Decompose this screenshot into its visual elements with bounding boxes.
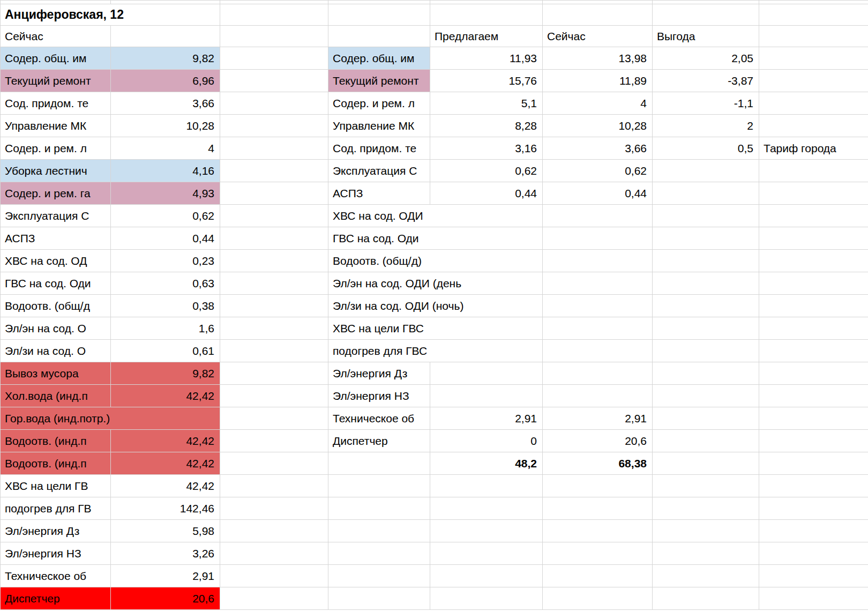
empty-cell[interactable] bbox=[220, 452, 328, 475]
note-cell[interactable] bbox=[759, 250, 868, 272]
empty-cell[interactable] bbox=[328, 497, 430, 520]
current-cell[interactable]: 11,89 bbox=[543, 70, 653, 92]
value-cell[interactable]: 3,26 bbox=[111, 542, 220, 565]
value-cell[interactable]: 42,42 bbox=[111, 452, 220, 475]
empty-cell[interactable] bbox=[220, 362, 328, 385]
empty-cell[interactable] bbox=[759, 4, 868, 26]
offer-cell[interactable]: 0 bbox=[430, 430, 543, 452]
service-label-cell[interactable]: Водоотв. (общ/д bbox=[1, 295, 111, 317]
benefit-header-cell[interactable]: Выгода bbox=[653, 26, 759, 47]
service-label-cell[interactable]: Эл/эн на сод. ОДИ (день bbox=[328, 272, 543, 295]
note-cell[interactable] bbox=[759, 115, 868, 137]
current-header-cell[interactable]: Сейчас bbox=[543, 26, 653, 47]
empty-cell[interactable] bbox=[220, 70, 328, 92]
left-now-header-cell[interactable]: Сейчас bbox=[1, 26, 111, 47]
current-cell[interactable]: 20,6 bbox=[543, 430, 653, 452]
value-cell[interactable]: 10,28 bbox=[111, 115, 220, 137]
empty-cell[interactable] bbox=[328, 587, 430, 610]
value-cell[interactable]: 4 bbox=[111, 137, 220, 160]
value-cell[interactable]: 0,62 bbox=[111, 205, 220, 227]
current-cell[interactable] bbox=[543, 340, 653, 362]
benefit-cell[interactable] bbox=[653, 407, 759, 430]
note-cell[interactable] bbox=[759, 70, 868, 92]
empty-cell[interactable] bbox=[759, 587, 868, 610]
empty-cell[interactable] bbox=[430, 520, 543, 542]
empty-cell[interactable] bbox=[653, 4, 759, 26]
service-label-cell[interactable]: ХВС на цели ГВС bbox=[328, 317, 543, 340]
empty-cell[interactable] bbox=[759, 1, 868, 4]
current-cell[interactable] bbox=[543, 295, 653, 317]
empty-cell[interactable] bbox=[220, 1, 328, 4]
value-cell[interactable]: 42,42 bbox=[111, 430, 220, 452]
empty-cell[interactable] bbox=[1, 1, 111, 4]
current-cell[interactable] bbox=[543, 205, 653, 227]
note-cell[interactable] bbox=[759, 295, 868, 317]
empty-cell[interactable] bbox=[759, 542, 868, 565]
empty-cell[interactable] bbox=[653, 565, 759, 587]
empty-cell[interactable] bbox=[220, 137, 328, 160]
empty-cell[interactable] bbox=[653, 542, 759, 565]
empty-cell[interactable] bbox=[328, 542, 430, 565]
empty-cell[interactable] bbox=[759, 520, 868, 542]
service-label-cell[interactable]: Техническое об bbox=[1, 565, 111, 587]
empty-cell[interactable] bbox=[759, 452, 868, 475]
service-label-cell[interactable]: Водоотв. (общ/д) bbox=[328, 250, 543, 272]
benefit-cell[interactable] bbox=[653, 385, 759, 407]
service-label-cell[interactable]: Техническое об bbox=[328, 407, 430, 430]
service-label-cell[interactable]: Диспетчер bbox=[328, 430, 430, 452]
service-label-cell[interactable]: Диспетчер bbox=[1, 587, 111, 610]
empty-cell[interactable] bbox=[220, 4, 328, 26]
current-cell[interactable]: 4 bbox=[543, 92, 653, 115]
empty-cell[interactable] bbox=[328, 452, 430, 475]
service-label-cell[interactable]: Текущий ремонт bbox=[1, 70, 111, 92]
empty-cell[interactable] bbox=[220, 497, 328, 520]
empty-cell[interactable] bbox=[430, 587, 543, 610]
empty-cell[interactable] bbox=[220, 26, 328, 47]
empty-cell[interactable] bbox=[328, 475, 430, 497]
value-cell[interactable]: 9,82 bbox=[111, 47, 220, 70]
empty-cell[interactable] bbox=[220, 475, 328, 497]
current-cell[interactable]: 13,98 bbox=[543, 47, 653, 70]
service-label-cell[interactable]: Эксплуатация С bbox=[328, 160, 430, 182]
service-label-cell[interactable]: Текущий ремонт bbox=[328, 70, 430, 92]
empty-cell[interactable] bbox=[111, 26, 220, 47]
benefit-cell[interactable] bbox=[653, 340, 759, 362]
empty-cell[interactable] bbox=[220, 520, 328, 542]
value-cell[interactable]: 3,66 bbox=[111, 92, 220, 115]
empty-cell[interactable] bbox=[543, 4, 653, 26]
value-cell[interactable]: 6,96 bbox=[111, 70, 220, 92]
empty-cell[interactable] bbox=[543, 497, 653, 520]
empty-cell[interactable] bbox=[220, 430, 328, 452]
value-cell[interactable]: 2,91 bbox=[111, 565, 220, 587]
empty-cell[interactable] bbox=[220, 182, 328, 205]
empty-cell[interactable] bbox=[328, 4, 430, 26]
service-label-cell[interactable]: Эл/энергия НЗ bbox=[1, 542, 111, 565]
empty-cell[interactable] bbox=[220, 407, 328, 430]
benefit-cell[interactable] bbox=[653, 182, 759, 205]
empty-cell[interactable] bbox=[543, 542, 653, 565]
empty-cell[interactable] bbox=[220, 587, 328, 610]
service-label-cell[interactable]: Эл/зи на сод. ОДИ (ночь) bbox=[328, 295, 543, 317]
note-cell[interactable] bbox=[759, 385, 868, 407]
benefit-cell[interactable]: -3,87 bbox=[653, 70, 759, 92]
empty-cell[interactable] bbox=[220, 340, 328, 362]
value-cell[interactable]: 0,23 bbox=[111, 250, 220, 272]
value-cell[interactable]: 42,42 bbox=[111, 385, 220, 407]
note-cell[interactable] bbox=[759, 92, 868, 115]
value-cell[interactable]: 1,6 bbox=[111, 317, 220, 340]
current-cell[interactable]: 0,62 bbox=[543, 160, 653, 182]
value-cell[interactable]: 0,63 bbox=[111, 272, 220, 295]
empty-cell[interactable] bbox=[543, 520, 653, 542]
benefit-cell[interactable] bbox=[653, 205, 759, 227]
service-label-cell[interactable]: Эл/энергия Дз bbox=[328, 362, 430, 385]
empty-cell[interactable] bbox=[653, 520, 759, 542]
total-offer-cell[interactable]: 48,2 bbox=[430, 452, 543, 475]
value-cell[interactable]: 4,93 bbox=[111, 182, 220, 205]
benefit-cell[interactable]: 2 bbox=[653, 115, 759, 137]
value-cell[interactable]: 5,98 bbox=[111, 520, 220, 542]
service-label-cell[interactable]: АСПЗ bbox=[1, 227, 111, 250]
benefit-cell[interactable] bbox=[653, 317, 759, 340]
note-cell[interactable] bbox=[759, 362, 868, 385]
empty-cell[interactable] bbox=[430, 497, 543, 520]
service-label-cell[interactable]: ХВС на цели ГВ bbox=[1, 475, 111, 497]
